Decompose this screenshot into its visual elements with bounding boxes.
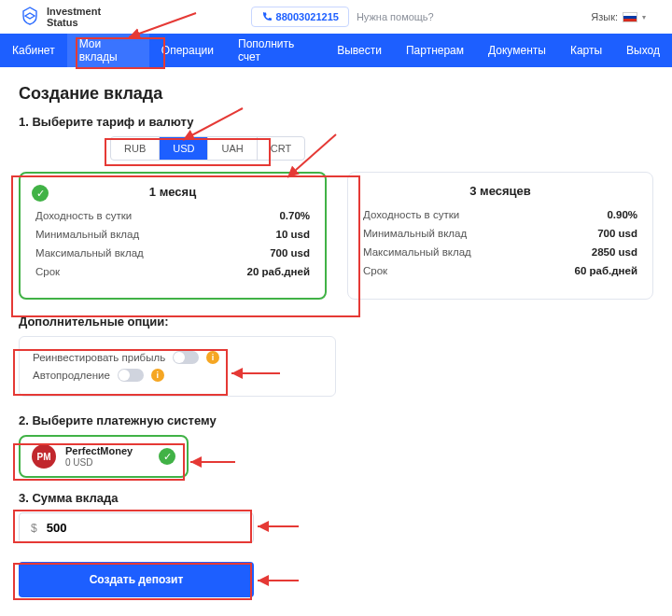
nav-cabinet[interactable]: Кабинет bbox=[0, 34, 67, 67]
payment-name: PerfectMoney bbox=[65, 445, 133, 457]
payment-balance: 0 USD bbox=[65, 457, 133, 469]
main-nav: Кабинет Мои вклады Операции Пополнить сч… bbox=[0, 34, 672, 67]
plan-row-label: Срок bbox=[35, 266, 60, 277]
plan-title: 3 месяцев bbox=[363, 184, 637, 198]
plan-row-value: 20 раб.дней bbox=[247, 266, 310, 277]
check-icon: ✓ bbox=[32, 185, 49, 202]
option-reinvest-label: Реинвестировать прибыль bbox=[33, 352, 165, 363]
phone-button[interactable]: 88003021215 bbox=[251, 7, 349, 27]
plan-card-1m[interactable]: ✓ 1 месяц Доходность в сутки0.70% Минима… bbox=[19, 172, 327, 300]
currency-usd[interactable]: USD bbox=[160, 137, 208, 160]
plan-card-3m[interactable]: 3 месяцев Доходность в сутки0.90% Минима… bbox=[347, 172, 653, 300]
plan-row-value: 0.90% bbox=[607, 209, 637, 220]
options-box: Реинвестировать прибыль i Автопродление … bbox=[19, 336, 336, 397]
currency-uah[interactable]: UAH bbox=[208, 137, 257, 160]
toggle-autoextend[interactable] bbox=[118, 369, 144, 382]
create-deposit-button[interactable]: Создать депозит bbox=[19, 562, 254, 597]
currency-crt[interactable]: CRT bbox=[258, 137, 304, 160]
step3-title: 3. Сумма вклада bbox=[19, 491, 653, 505]
nav-documents[interactable]: Документы bbox=[476, 34, 558, 67]
help-link[interactable]: Нужна помощь? bbox=[357, 11, 434, 22]
nav-withdraw[interactable]: Вывести bbox=[325, 34, 394, 67]
plan-row-value: 700 usd bbox=[597, 228, 637, 239]
plan-row-value: 0.70% bbox=[279, 210, 310, 221]
phone-number: 88003021215 bbox=[276, 11, 339, 22]
step2-title: 2. Выберите платежную систему bbox=[19, 413, 653, 427]
info-icon[interactable]: i bbox=[206, 351, 219, 364]
plan-row-label: Минимальный вклад bbox=[363, 228, 467, 239]
info-icon[interactable]: i bbox=[151, 369, 164, 382]
plan-row-label: Доходность в сутки bbox=[35, 210, 132, 221]
option-autoextend-label: Автопродление bbox=[33, 370, 110, 381]
plan-row-label: Максимальный вклад bbox=[35, 247, 144, 259]
plan-row-value: 60 раб.дней bbox=[575, 265, 637, 276]
brand-line1: Investment bbox=[47, 6, 101, 17]
step1-title: 1. Выберите тариф и валюту bbox=[19, 115, 653, 129]
nav-topup[interactable]: Пополнить счет bbox=[226, 34, 325, 67]
page-title: Создание вклада bbox=[19, 84, 653, 104]
brand-line2: Status bbox=[47, 17, 101, 28]
lang-label: Язык: bbox=[591, 11, 618, 22]
plan-row-label: Доходность в сутки bbox=[363, 209, 459, 220]
plan-title: 1 месяц bbox=[35, 185, 310, 199]
nav-operations[interactable]: Операции bbox=[149, 34, 226, 67]
perfectmoney-icon: PM bbox=[32, 444, 56, 469]
plan-row-label: Минимальный вклад bbox=[35, 229, 139, 240]
phone-icon bbox=[261, 11, 273, 22]
nav-partners[interactable]: Партнерам bbox=[394, 34, 476, 67]
nav-logout[interactable]: Выход bbox=[614, 34, 672, 67]
amount-input[interactable] bbox=[47, 521, 242, 535]
language-selector[interactable]: Язык: ▾ bbox=[583, 7, 653, 26]
check-icon: ✓ bbox=[159, 448, 175, 465]
plan-row-value: 2850 usd bbox=[592, 246, 637, 258]
plan-row-label: Срок bbox=[363, 265, 387, 276]
currency-symbol: $ bbox=[31, 522, 37, 535]
logo-icon bbox=[19, 6, 41, 28]
flag-ru-icon bbox=[623, 12, 637, 22]
chevron-down-icon: ▾ bbox=[642, 13, 646, 21]
brand: Investment Status bbox=[19, 6, 101, 28]
currency-rub[interactable]: RUB bbox=[111, 137, 160, 160]
options-title: Дополнительные опции: bbox=[19, 315, 653, 329]
payment-perfectmoney[interactable]: PM PerfectMoney 0 USD ✓ bbox=[19, 435, 189, 478]
plan-row-value: 10 usd bbox=[276, 229, 310, 240]
amount-input-wrap[interactable]: $ bbox=[19, 512, 254, 543]
plan-row-value: 700 usd bbox=[270, 247, 310, 259]
nav-cards[interactable]: Карты bbox=[558, 34, 614, 67]
plan-row-label: Максимальный вклад bbox=[363, 246, 471, 258]
toggle-reinvest[interactable] bbox=[173, 351, 199, 364]
nav-deposits[interactable]: Мои вклады bbox=[67, 34, 149, 67]
currency-tabs: RUB USD UAH CRT bbox=[110, 136, 305, 161]
